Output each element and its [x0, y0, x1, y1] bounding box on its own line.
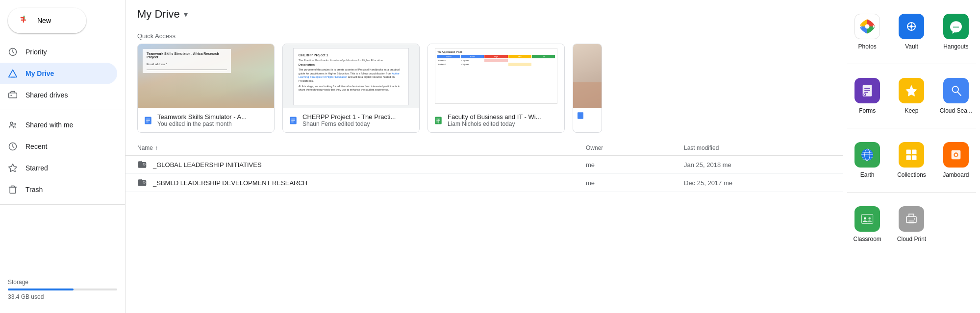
col-modified-header[interactable]: Last modified — [684, 144, 831, 151]
app-item-hangouts[interactable]: Hangouts — [936, 8, 976, 56]
trash-icon — [8, 185, 18, 194]
card-info-teamwork: Teamwork Skills Simulator - A... You edi… — [138, 108, 274, 132]
trash-label: Trash — [25, 186, 43, 193]
forms-label: Forms — [859, 107, 876, 114]
file-card-cherpp[interactable]: CHERPP Project 1 The Practical Handbooks… — [282, 44, 420, 133]
app-divider — [847, 64, 976, 64]
svg-rect-46 — [912, 155, 917, 160]
svg-point-49 — [955, 154, 957, 156]
svg-marker-5 — [9, 70, 17, 77]
sidebar-divider-1 — [0, 110, 125, 110]
svg-point-52 — [864, 217, 866, 220]
cloud-search-icon — [943, 78, 969, 103]
jamboard-icon — [943, 142, 969, 168]
svg-point-53 — [868, 217, 871, 220]
app-item-earth[interactable]: Earth — [847, 136, 887, 184]
sidebar-item-shared-with-me[interactable]: Shared with me — [0, 114, 117, 136]
apps-panel: Photos Vault Hangouts — [843, 0, 980, 313]
app-item-cloud-search[interactable]: Cloud Sea... — [936, 72, 976, 120]
svg-rect-50 — [861, 215, 873, 224]
svg-marker-12 — [9, 164, 17, 172]
card-meta-teamwork: You edited in the past month — [157, 120, 268, 127]
app-item-jamboard[interactable]: Jamboard — [936, 136, 976, 184]
forms-icon — [854, 78, 880, 103]
doc-icon-partial — [576, 111, 585, 120]
svg-point-30 — [865, 24, 870, 29]
starred-label: Starred — [25, 164, 48, 172]
sidebar-item-starred[interactable]: Starred — [0, 157, 117, 179]
vault-icon — [899, 14, 924, 39]
classroom-icon — [854, 206, 880, 232]
new-button[interactable]: + New — [8, 8, 86, 33]
photos-label: Photos — [858, 43, 876, 50]
card-name-teamwork: Teamwork Skills Simulator - A... — [157, 113, 268, 120]
priority-label: Priority — [25, 48, 47, 56]
card-preview-teamwork: Teamwork Skills Simulator - Africa Resea… — [138, 44, 274, 108]
card-meta-cherpp: Shaun Ferns edited today — [302, 120, 413, 127]
app-item-photos[interactable]: Photos — [847, 8, 887, 56]
app-item-collections[interactable]: Collections — [891, 136, 931, 184]
file-row-sbmld[interactable]: _SBMLD LEADERSHIP DEVELOPMENT RESEARCH m… — [126, 174, 843, 192]
recent-icon — [8, 142, 18, 151]
svg-rect-7 — [9, 93, 17, 98]
plus-icon: + — [20, 15, 31, 26]
svg-rect-43 — [906, 150, 911, 154]
storage-used: 33.4 GB used — [8, 293, 117, 300]
doc-icon-cherpp — [289, 116, 298, 125]
file-name-sbmld: _SBMLD LEADERSHIP DEVELOPMENT RESEARCH — [153, 179, 307, 187]
earth-label: Earth — [860, 171, 875, 178]
collections-icon — [899, 142, 924, 168]
folder-icon-sbmld — [137, 178, 147, 188]
sidebar-item-recent[interactable]: Recent — [0, 136, 117, 157]
svg-point-32 — [910, 25, 913, 27]
storage-section: Storage 33.4 GB used — [0, 273, 125, 309]
shared-drives-label: Shared drives — [25, 91, 68, 99]
file-card-teamwork[interactable]: Teamwork Skills Simulator - Africa Resea… — [137, 44, 275, 133]
new-button-label: New — [37, 17, 51, 24]
app-divider-3 — [847, 192, 976, 193]
sheet-icon-faculty — [434, 116, 443, 125]
cloud-print-icon — [899, 206, 924, 232]
hangouts-label: Hangouts — [943, 43, 968, 50]
drive-icon — [8, 69, 18, 78]
recent-label: Recent — [25, 143, 47, 150]
col-owner-header[interactable]: Owner — [586, 144, 684, 151]
card-info-cherpp: CHERPP Project 1 - The Practi... Shaun F… — [283, 108, 419, 132]
card-text-faculty: Faculty of Business and IT - Wi... Liam … — [448, 113, 558, 127]
dropdown-icon[interactable]: ▾ — [184, 10, 188, 19]
sidebar-item-my-drive[interactable]: My Drive — [0, 63, 117, 84]
storage-bar — [8, 289, 117, 290]
sidebar-item-trash[interactable]: Trash — [0, 179, 117, 200]
app-grid: Photos Vault Hangouts — [847, 8, 976, 248]
sort-icon: ↑ — [155, 144, 158, 151]
priority-icon — [8, 47, 18, 57]
app-item-keep[interactable]: Keep — [891, 72, 931, 120]
app-item-forms[interactable]: Forms — [847, 72, 887, 120]
star-icon — [8, 163, 18, 173]
file-row-global[interactable]: _GLOBAL LEADERSHIP INITIATIVES me Jan 25… — [126, 156, 843, 174]
svg-point-10 — [14, 123, 16, 125]
card-meta-faculty: Liam Nichols edited today — [448, 120, 558, 127]
storage-bar-fill — [8, 289, 74, 290]
sidebar-item-priority[interactable]: Priority — [0, 41, 117, 63]
shared-drives-icon — [8, 90, 18, 100]
file-card-faculty[interactable]: TA Applicant Pool Name Email High Mid Lo… — [427, 44, 565, 133]
quick-access-label: Quick Access — [126, 24, 843, 44]
col-name-header[interactable]: Name ↑ — [137, 144, 586, 151]
modified-sbmld: Dec 25, 2017 me — [684, 179, 831, 187]
card-info-partial — [573, 108, 602, 123]
card-text-cherpp: CHERPP Project 1 - The Practi... Shaun F… — [302, 113, 413, 127]
app-item-vault[interactable]: Vault — [891, 8, 931, 56]
main-content: My Drive ▾ Quick Access Teamwork Skills … — [126, 0, 843, 313]
file-name-cell-global: _GLOBAL LEADERSHIP INITIATIVES — [137, 160, 586, 169]
shared-with-me-icon — [8, 120, 18, 130]
file-list-header: Name ↑ Owner Last modified — [126, 141, 843, 156]
card-info-faculty: Faculty of Business and IT - Wi... Liam … — [428, 108, 564, 132]
owner-global: me — [586, 161, 684, 169]
keep-label: Keep — [905, 107, 918, 114]
file-card-partial[interactable] — [573, 44, 602, 133]
sidebar-item-shared-drives[interactable]: Shared drives — [0, 84, 117, 106]
vault-label: Vault — [905, 43, 918, 50]
app-item-classroom[interactable]: Classroom — [847, 200, 887, 248]
app-item-cloud-print[interactable]: Cloud Print — [891, 200, 931, 248]
